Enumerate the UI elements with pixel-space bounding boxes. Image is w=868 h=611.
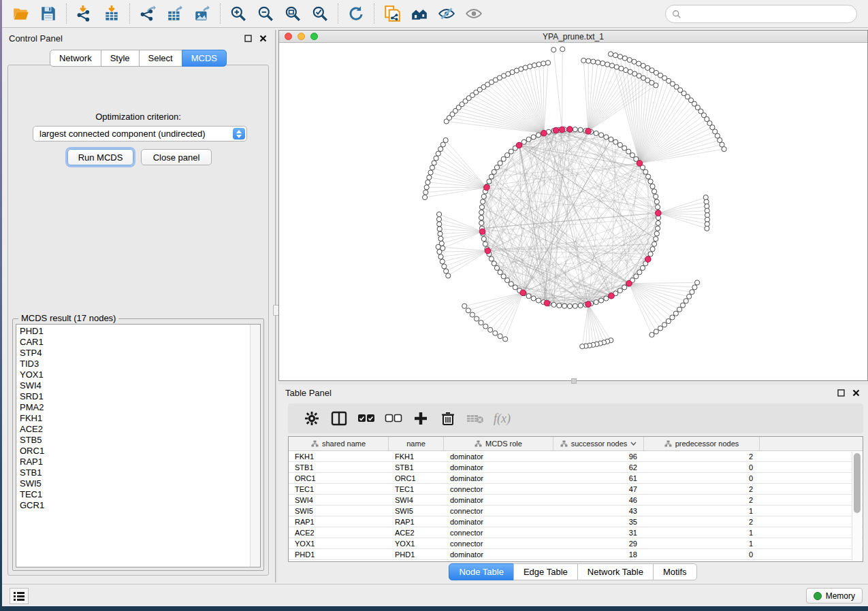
show-columns-button[interactable] [326,407,352,430]
network-canvas[interactable] [279,44,867,380]
mcds-result-item[interactable]: STP4 [20,348,250,359]
close-panel-icon-button[interactable] [257,33,268,44]
tab-style[interactable]: Style [101,50,140,67]
table-cell: 0 [644,473,760,483]
table-cell: 1 [644,527,760,538]
panel-splitter-vertical[interactable] [275,30,277,582]
run-mcds-button[interactable]: Run MCDS [67,149,133,165]
table-cell: PHD1 [389,549,444,559]
mcds-result-item[interactable]: PMA2 [20,402,250,413]
table-cell: 46 [553,495,644,505]
table-row[interactable]: YOX1YOX1connector291 [289,538,863,549]
add-column-button[interactable] [408,407,434,430]
table-settings-button[interactable] [299,407,325,430]
export-image-button[interactable] [189,2,216,25]
close-table-panel-button[interactable] [850,387,861,398]
zoom-out-button[interactable] [252,2,279,25]
table-cell: 62 [553,462,644,472]
search-input[interactable] [665,5,857,23]
column-header-predecessor-nodes[interactable]: predecessor nodes [644,437,760,450]
float-table-panel-button[interactable] [835,387,846,398]
mcds-result-item[interactable]: SRD1 [20,391,250,402]
mcds-result-item[interactable]: GCR1 [20,500,250,511]
mcds-result-item[interactable]: RAP1 [20,457,250,467]
table-scrollbar[interactable] [852,452,862,561]
scrollbar-thumb[interactable] [854,453,861,513]
column-header-shared-name[interactable]: shared name [289,437,389,450]
table-row[interactable]: ACE2ACE2connector311 [289,527,863,538]
tab-edge-table[interactable]: Edge Table [513,563,578,580]
table-panel-title: Table Panel [285,388,831,398]
mcds-result-item[interactable]: ORC1 [20,446,250,457]
new-network-from-selection-button[interactable] [379,2,406,25]
table-cell: 2 [644,516,760,527]
open-session-button[interactable] [7,2,35,25]
zoom-in-button[interactable] [225,2,252,25]
mcds-result-item[interactable]: PHD1 [20,326,250,337]
table-cell: 47 [553,484,644,494]
zoom-fit-button[interactable] [279,2,306,25]
task-history-button[interactable] [10,588,29,604]
close-panel-button[interactable]: Close panel [141,149,212,165]
export-table-button[interactable] [161,2,189,25]
table-row[interactable]: STB1STB1dominator620 [289,462,863,473]
table-cell: dominator [444,516,553,527]
splitter-grip[interactable] [571,378,577,384]
gear-icon [304,411,319,426]
table-row[interactable]: SWI4SWI4dominator462 [289,495,863,506]
network-window-title: YPA_prune.txt_1 [279,32,867,42]
mcds-result-item[interactable]: TID3 [20,359,250,369]
table-cell: dominator [444,473,553,483]
column-header-label: shared name [322,440,366,448]
mcds-result-item[interactable]: FKH1 [20,413,250,424]
save-session-button[interactable] [35,2,62,25]
houses-icon [411,5,428,22]
tab-network[interactable]: Network [50,50,101,67]
table-cell: 1 [644,538,760,548]
table-row[interactable]: PHD1PHD1dominator180 [289,549,863,560]
column-header-successor-nodes[interactable]: successor nodes [553,437,644,450]
optimization-criterion-select[interactable]: largest connected component (undirected) [33,126,247,142]
table-row[interactable]: TEC1TEC1connector472 [289,484,863,495]
column-header-name[interactable]: name [389,437,444,450]
delete-table-button[interactable] [462,407,488,430]
hide-selected-button[interactable] [433,2,460,25]
select-all-button[interactable] [353,407,379,430]
float-panel-button[interactable] [242,33,253,44]
memory-button[interactable]: Memory [806,588,863,604]
mcds-result-item[interactable]: YOX1 [20,369,250,380]
show-all-button[interactable] [460,2,487,25]
tab-motifs[interactable]: Motifs [653,563,697,580]
mcds-result-item[interactable]: CAR1 [20,337,250,348]
table-row[interactable]: RAP1RAP1dominator352 [289,516,863,527]
tab-mcds[interactable]: MCDS [182,50,227,67]
table-row[interactable]: SWI5SWI5connector431 [289,506,863,516]
tab-select[interactable]: Select [139,50,182,67]
import-table-button[interactable] [98,2,125,25]
mcds-result-item[interactable]: SWI5 [20,478,250,489]
mcds-result-item[interactable]: ACE2 [20,424,250,435]
table-row[interactable]: ORC1ORC1dominator610 [289,473,863,484]
tab-node-table[interactable]: Node Table [449,563,514,580]
mcds-result-item[interactable]: SWI4 [20,380,250,391]
search-text-field[interactable] [681,9,856,19]
deselect-all-button[interactable] [381,407,406,430]
function-builder-button[interactable]: f(x) [494,412,511,426]
import-network-button[interactable] [71,2,98,25]
mcds-result-item[interactable]: STB5 [20,435,250,446]
mcds-result-list[interactable]: PHD1CAR1STP4TID3YOX1SWI4SRD1PMA2FKH1ACE2… [16,325,250,567]
zoom-selected-button[interactable] [306,2,334,25]
refresh-button[interactable] [342,2,370,25]
tab-network-table[interactable]: Network Table [577,563,654,580]
zoom-fit-icon [284,5,302,22]
mcds-result-item[interactable]: TEC1 [20,489,250,500]
table-row[interactable]: FKH1FKH1dominator962 [289,451,863,462]
mcds-list-scrollbar[interactable] [250,325,260,567]
first-neighbors-button[interactable] [406,2,433,25]
column-header-MCDS-role[interactable]: MCDS role [444,437,553,450]
toolbar-separator [220,3,221,24]
network-window-titlebar[interactable]: YPA_prune.txt_1 [279,31,867,43]
mcds-result-item[interactable]: STB1 [20,467,250,478]
export-network-button[interactable] [134,2,161,25]
delete-column-button[interactable] [435,407,461,430]
